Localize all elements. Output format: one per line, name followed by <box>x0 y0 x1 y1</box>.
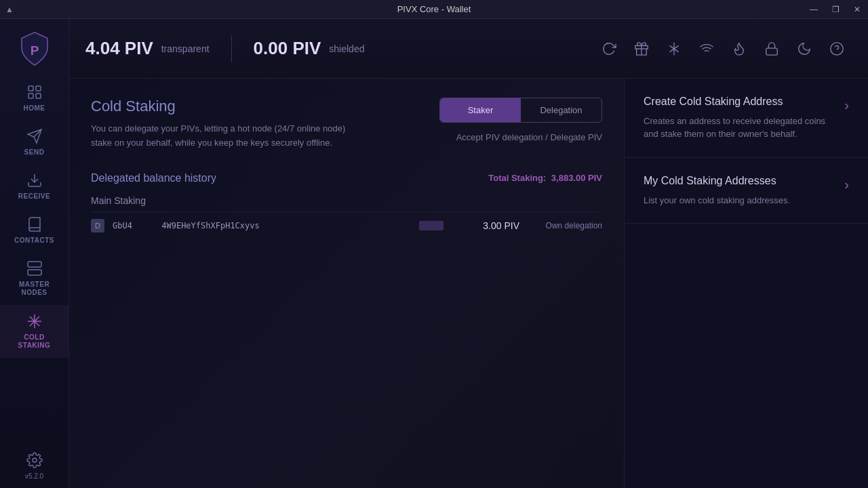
sidebar-label-send: SEND <box>24 148 45 156</box>
sidebar-item-receive[interactable]: RECEIVE <box>0 164 68 208</box>
logo-wrap: P <box>0 19 68 76</box>
refresh-button[interactable] <box>594 34 624 64</box>
toolbar <box>594 34 852 64</box>
svg-rect-3 <box>28 94 33 98</box>
minimize-button[interactable]: — <box>803 0 825 19</box>
staking-amount: 3.00 PIV <box>452 220 519 231</box>
content-area: Cold Staking You can delegate your PIVs,… <box>69 79 868 488</box>
staking-note: Own delegation <box>528 221 602 230</box>
sidebar-item-coldstaking[interactable]: COLDSTAKING <box>0 305 68 358</box>
main-staking-label: Main Staking <box>91 195 602 206</box>
download-icon <box>26 172 43 188</box>
my-cold-staking-card[interactable]: My Cold Staking Addresses List your own … <box>625 158 868 224</box>
my-card-arrow: › <box>844 177 849 192</box>
sidebar-item-send[interactable]: SEND <box>0 120 68 164</box>
sidebar-item-masternodes[interactable]: MASTERNODES <box>0 252 68 305</box>
app-layout: P HOME SEND <box>0 19 868 488</box>
balance-history-header: Delegated balance history Total Staking:… <box>91 172 602 184</box>
balance-history-title: Delegated balance history <box>91 172 216 184</box>
close-button[interactable]: ✕ <box>846 0 868 19</box>
moon-icon <box>797 41 812 56</box>
tab-delegation[interactable]: Delegation <box>521 98 601 122</box>
sidebar-label-coldstaking: COLDSTAKING <box>18 333 51 350</box>
svg-point-25 <box>831 42 843 54</box>
create-card-arrow: › <box>844 98 849 113</box>
grid-icon <box>26 84 43 100</box>
burn-button[interactable] <box>724 34 754 64</box>
svg-text:P: P <box>30 43 39 58</box>
svg-point-17 <box>33 458 37 462</box>
send-icon <box>26 128 43 144</box>
create-card-text: Create Cold Staking Address Creates an a… <box>644 95 836 141</box>
create-card-title: Create Cold Staking Address <box>644 95 836 109</box>
title-arrow: ▲ <box>5 5 14 14</box>
total-staking-label: Total Staking: <box>488 173 546 183</box>
gift-icon <box>634 41 649 56</box>
svg-rect-4 <box>36 94 41 98</box>
main-area: 4.04 PIV transparent 0.00 PIV shielded <box>69 19 868 488</box>
transparent-amount: 4.04 PIV <box>85 38 153 59</box>
svg-rect-24 <box>766 48 778 55</box>
tab-staker[interactable]: Staker <box>440 98 521 122</box>
staking-tabs: Staker Delegation <box>439 98 602 123</box>
svg-rect-9 <box>28 270 41 275</box>
my-card-desc: List your own cold staking addresses. <box>644 194 790 207</box>
top-bar: 4.04 PIV transparent 0.00 PIV shielded <box>69 19 868 79</box>
create-cold-staking-card[interactable]: Create Cold Staking Address Creates an a… <box>625 79 868 158</box>
gift-button[interactable] <box>627 34 656 64</box>
cold-staking-panel: Cold Staking You can delegate your PIVs,… <box>69 79 624 488</box>
shielded-label: shielded <box>329 43 364 54</box>
total-staking: Total Staking: 3,883.00 PIV <box>488 173 602 183</box>
lock-icon <box>764 41 779 56</box>
book-icon <box>26 216 43 232</box>
sidebar: P HOME SEND <box>0 19 69 488</box>
sidebar-item-contacts[interactable]: CONTACTS <box>0 208 68 252</box>
snowflake-icon <box>26 313 43 329</box>
server-icon <box>26 260 43 277</box>
cold-staking-top: Cold Staking You can delegate your PIVs,… <box>91 98 602 150</box>
window-controls: — ❐ ✕ <box>803 0 868 18</box>
transparent-label: transparent <box>161 43 210 54</box>
sidebar-label-masternodes: MASTERNODES <box>19 281 50 297</box>
balance-section: 4.04 PIV transparent 0.00 PIV shielded <box>85 35 364 62</box>
theme-button[interactable] <box>789 34 819 64</box>
version-label: v5.2.0 <box>25 472 43 480</box>
staking-button[interactable] <box>659 34 689 64</box>
my-card-text: My Cold Staking Addresses List your own … <box>644 174 790 207</box>
lock-button[interactable] <box>757 34 787 64</box>
asterisk-icon <box>667 41 682 56</box>
sidebar-label-contacts: CONTACTS <box>14 237 54 244</box>
cold-staking-title: Cold Staking <box>91 98 439 115</box>
help-button[interactable] <box>822 34 852 64</box>
cold-staking-desc: You can delegate your PIVs, letting a ho… <box>91 122 430 150</box>
flame-icon <box>732 41 747 56</box>
svg-point-16 <box>33 320 36 323</box>
svg-rect-2 <box>36 86 41 91</box>
wifi-icon <box>699 41 714 56</box>
type-badge: D <box>91 219 104 232</box>
tab-description: Accept PIV delegation / Delegate PIV <box>456 132 602 142</box>
logo-icon: P <box>17 31 52 66</box>
title-bar: ▲ PIVX Core - Wallet — ❐ ✕ <box>0 0 868 19</box>
cold-staking-tabs-wrap: Staker Delegation Accept PIV delegation … <box>439 98 602 142</box>
right-panel: Create Cold Staking Address Creates an a… <box>624 79 868 488</box>
sidebar-label-receive: RECEIVE <box>18 192 50 200</box>
restore-button[interactable]: ❐ <box>825 0 846 19</box>
shielded-amount: 0.00 PIV <box>254 38 321 59</box>
create-card-desc: Creates an address to receive delegated … <box>644 115 836 141</box>
staking-table: Main Staking D GbU4 4W9EHeYfShXFpH1Cxyvs… <box>91 195 602 239</box>
refresh-icon <box>601 41 616 56</box>
svg-rect-1 <box>28 86 33 91</box>
balance-divider <box>231 35 232 62</box>
sidebar-label-home: HOME <box>24 104 45 112</box>
network-button[interactable] <box>692 34 722 64</box>
svg-rect-8 <box>28 262 41 267</box>
sidebar-item-home[interactable]: HOME <box>0 76 68 120</box>
cold-staking-header: Cold Staking You can delegate your PIVs,… <box>91 98 439 150</box>
staking-address: GbU4 4W9EHeYfShXFpH1Cxyvs <box>113 221 411 230</box>
staking-row: D GbU4 4W9EHeYfShXFpH1Cxyvs 3.00 PIV Own… <box>91 211 602 239</box>
question-icon <box>829 41 844 56</box>
sidebar-item-settings[interactable]: v5.2.0 <box>0 444 68 488</box>
total-staking-value: 3,883.00 PIV <box>551 173 602 183</box>
staking-bar <box>419 221 443 230</box>
